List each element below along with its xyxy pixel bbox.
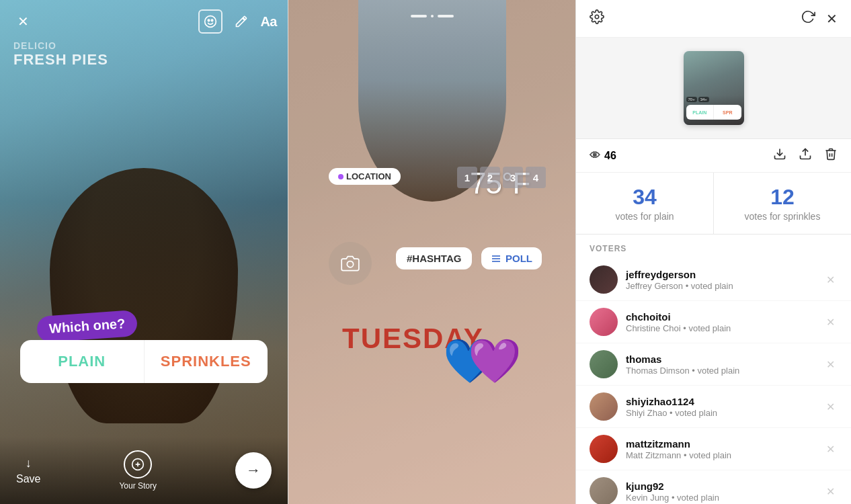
poll-sticker-middle[interactable]: POLL xyxy=(481,247,542,269)
your-story-label: Your Story xyxy=(119,481,157,491)
thumb-stats: 70+ 34+ xyxy=(686,97,709,102)
voter-row[interactable]: shiyizhao1124 Shiyi Zhao • voted plain ✕ xyxy=(576,386,851,428)
thumb-plain: PLAIN xyxy=(686,105,714,120)
view-count-bar: 👁 46 xyxy=(576,139,851,173)
voter-detail: Jeffrey Gerson • voted plain xyxy=(626,281,815,291)
location-sticker[interactable]: LOCATION xyxy=(329,168,401,185)
time-block-4: 4 xyxy=(526,167,546,188)
poll-label: POLL xyxy=(505,253,532,264)
voter-row[interactable]: kjung92 Kevin Jung • voted plain ✕ xyxy=(576,470,851,504)
voter-remove-button[interactable]: ✕ xyxy=(823,482,838,501)
voter-username: shiyizhao1124 xyxy=(626,396,815,407)
voter-info: thomas Thomas Dimson • voted plain xyxy=(626,353,815,376)
slide-dot-2 xyxy=(431,15,434,17)
next-button[interactable]: → xyxy=(235,452,272,489)
plain-vote-count: 34 xyxy=(590,185,700,210)
slide-dot-1 xyxy=(411,15,427,17)
voter-row[interactable]: mattzitzmann Matt Zitzmann • voted plain… xyxy=(576,428,851,470)
slide-dot-3 xyxy=(438,15,454,17)
your-story-action[interactable]: Your Story xyxy=(119,450,157,491)
voter-username: mattzitzmann xyxy=(626,438,815,450)
save-action[interactable]: ↓ Save xyxy=(16,456,40,485)
hashtag-sticker[interactable]: #HASHTAG xyxy=(396,247,472,269)
pen-icon[interactable] xyxy=(229,9,253,34)
text-button[interactable]: Aa xyxy=(260,14,277,30)
thumb-sprinkles: SPR xyxy=(713,105,741,120)
voter-info: shiyizhao1124 Shiyi Zhao • voted plain xyxy=(626,396,815,418)
svg-point-0 xyxy=(205,16,216,28)
voter-avatar xyxy=(590,265,618,294)
voter-info: mattzitzmann Matt Zitzmann • voted plain xyxy=(626,438,815,460)
voter-remove-button[interactable]: ✕ xyxy=(823,313,838,331)
voter-detail: Matt Zitzmann • voted plain xyxy=(626,450,815,460)
thumb-poll: PLAIN SPR xyxy=(686,105,741,120)
voter-detail: Shiyi Zhao • voted plain xyxy=(626,408,815,418)
person-silhouette xyxy=(50,168,238,423)
voter-avatar xyxy=(590,477,618,504)
svg-point-1 xyxy=(208,19,210,21)
voter-username: kjung92 xyxy=(626,480,815,492)
voter-remove-button[interactable]: ✕ xyxy=(823,355,838,374)
settings-icon[interactable] xyxy=(590,9,604,28)
camera-button[interactable] xyxy=(329,242,372,285)
voter-row[interactable]: jeffreydgerson Jeffrey Gerson • voted pl… xyxy=(576,259,851,301)
poll-option-plain[interactable]: PLAIN xyxy=(20,340,144,383)
left-bottom-bar: ↓ Save Your Story → xyxy=(0,437,288,504)
right-panel: ✕ 70+ 34+ PLAIN SPR 👁 46 xyxy=(575,0,851,504)
plain-vote-label: votes for plain xyxy=(590,211,700,222)
voters-list: jeffreydgerson Jeffrey Gerson • voted pl… xyxy=(576,259,851,504)
time-block-2: 2 xyxy=(480,167,500,188)
slide-dots xyxy=(411,15,454,17)
stat-badge-2: 34+ xyxy=(698,97,709,102)
sprinkles-vote-count: 12 xyxy=(727,185,838,210)
close-button[interactable]: ✕ xyxy=(11,9,35,34)
eye-icon: 👁 xyxy=(590,150,600,162)
voter-info: chchoitoi Christine Choi • voted plain xyxy=(626,311,815,333)
voters-section: VOTERS jeffreydgerson Jeffrey Gerson • v… xyxy=(576,235,851,504)
svg-point-10 xyxy=(595,15,599,19)
view-count-number: 46 xyxy=(604,150,616,162)
time-block-3: 3 xyxy=(503,167,523,188)
voter-row[interactable]: chchoitoi Christine Choi • voted plain ✕ xyxy=(576,301,851,343)
bakery-sign: DELICIO FRESH PIES xyxy=(13,40,108,69)
location-text: LOCATION xyxy=(346,171,391,181)
face-icon[interactable] xyxy=(198,9,222,34)
voter-remove-button[interactable]: ✕ xyxy=(823,440,838,458)
voter-avatar xyxy=(590,308,618,336)
save-icon: ↓ xyxy=(26,456,32,470)
download-button[interactable] xyxy=(773,147,786,164)
left-top-bar: ✕ Aa xyxy=(0,9,288,34)
voter-info: jeffreydgerson Jeffrey Gerson • voted pl… xyxy=(626,269,815,291)
voter-username: jeffreydgerson xyxy=(626,269,815,280)
sprinkles-vote-label: votes for sprinkles xyxy=(727,211,838,222)
time-block-1: 1 xyxy=(457,167,477,188)
voter-username: thomas xyxy=(626,353,815,365)
save-label: Save xyxy=(16,473,40,485)
poll-result-sprinkles: 12 votes for sprinkles xyxy=(714,173,851,234)
poll-sticker[interactable]: PLAIN SPRINKLES xyxy=(20,340,268,383)
svg-point-6 xyxy=(347,261,353,267)
time-blocks: 1 2 3 4 xyxy=(457,167,546,188)
action-icons-row xyxy=(773,147,838,164)
location-dot-icon xyxy=(338,174,343,179)
poll-option-sprinkles[interactable]: SPRINKLES xyxy=(144,340,268,383)
story-thumbnail[interactable]: 70+ 34+ PLAIN SPR xyxy=(684,51,744,125)
archive-icon[interactable] xyxy=(801,9,815,28)
voter-row[interactable]: thomas Thomas Dimson • voted plain ✕ xyxy=(576,343,851,386)
voters-label: VOTERS xyxy=(576,235,851,259)
left-story-panel: DELICIO FRESH PIES Which one? PLAIN SPRI… xyxy=(0,0,288,504)
voter-detail: Christine Choi • voted plain xyxy=(626,323,815,333)
close-icon[interactable]: ✕ xyxy=(826,11,838,27)
add-circle-icon xyxy=(124,450,152,478)
middle-stickers-panel: LOCATION 75°F 1 2 3 4 #HASHTAG POLL TUES… xyxy=(288,0,575,504)
share-button[interactable] xyxy=(799,147,812,164)
story-thumbnail-area: 70+ 34+ PLAIN SPR xyxy=(576,38,851,139)
voter-avatar xyxy=(590,350,618,378)
delete-button[interactable] xyxy=(824,147,838,164)
voter-remove-button[interactable]: ✕ xyxy=(823,398,838,416)
voter-detail: Kevin Jung • voted plain xyxy=(626,493,815,503)
voter-username: chchoitoi xyxy=(626,311,815,323)
voter-remove-button[interactable]: ✕ xyxy=(823,271,838,289)
right-top-bar: ✕ xyxy=(576,0,851,38)
voter-info: kjung92 Kevin Jung • voted plain xyxy=(626,480,815,503)
